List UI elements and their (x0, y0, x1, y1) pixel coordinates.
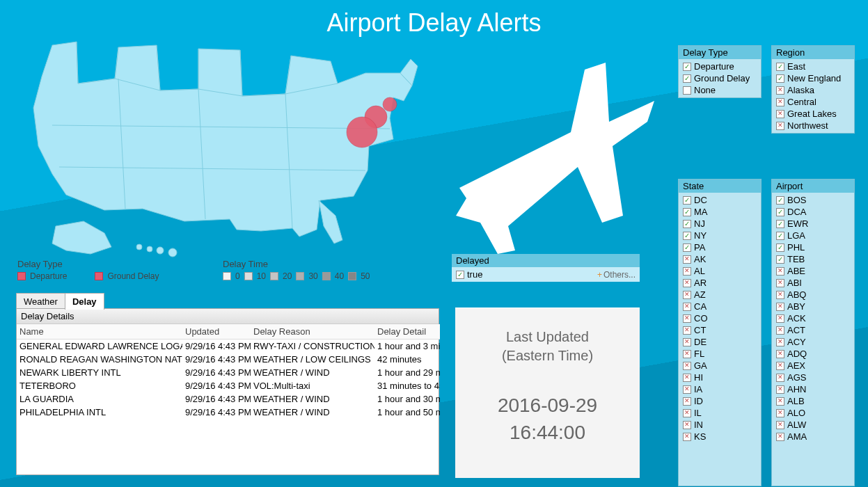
filter-option-airport-ama[interactable]: AMA (775, 431, 851, 442)
tab-delay[interactable]: Delay (65, 293, 104, 310)
details-header: Delay Details (17, 309, 439, 324)
filter-option-state-ar[interactable]: AR (681, 278, 758, 288)
checkbox-x-icon (776, 338, 784, 346)
filter-option-region-great-lakes[interactable]: Great Lakes (775, 109, 851, 119)
filter-option-airport-adq[interactable]: ADQ (775, 349, 851, 359)
filter-option-state-dc[interactable]: DC (681, 195, 758, 205)
table-row[interactable]: LA GUARDIA9/29/16 4:43 PMWEATHER / WIND1… (17, 392, 440, 406)
checkbox-checked-icon (683, 74, 691, 83)
filter-delayed-others[interactable]: + Others... (597, 270, 636, 280)
filter-option-airport-acy[interactable]: ACY (775, 337, 851, 347)
filter-delayed-option-true[interactable]: true (456, 269, 482, 280)
filter-option-state-nj[interactable]: NJ (681, 218, 758, 229)
legend-title: Delay Type (17, 259, 159, 269)
filter-delayed-title: Delayed (452, 254, 640, 267)
delay-time-swatch-icon (322, 272, 331, 280)
delay-time-swatch-icon (348, 272, 356, 280)
filter-option-state-in[interactable]: IN (681, 420, 758, 430)
checkbox-x-icon (683, 303, 691, 311)
checkbox-x-icon (776, 303, 784, 311)
filter-option-airport-abi[interactable]: ABI (775, 278, 851, 288)
checkbox-x-icon (683, 397, 691, 406)
filter-option-airport-alw[interactable]: ALW (775, 420, 851, 430)
checkbox-empty-icon (683, 86, 691, 95)
filter-option-state-ma[interactable]: MA (681, 207, 758, 217)
filter-option-airport-ahn[interactable]: AHN (775, 384, 851, 394)
table-row[interactable]: NEWARK LIBERTY INTL9/29/16 4:43 PMWEATHE… (17, 366, 440, 379)
checkbox-checked-icon (776, 74, 784, 83)
filter-option-state-pa[interactable]: PA (681, 242, 758, 253)
column-header[interactable]: Delay Reason (251, 324, 374, 340)
tabs: Weather Delay (16, 293, 104, 310)
filter-option-airport-ags[interactable]: AGS (775, 372, 851, 383)
filter-option-airport-lga[interactable]: LGA (775, 230, 851, 241)
checkbox-x-icon (776, 409, 784, 417)
checkbox-x-icon (683, 338, 691, 346)
table-row[interactable]: TETERBORO9/29/16 4:43 PMVOL:Multi-taxi31… (17, 379, 440, 392)
filter-option-state-al[interactable]: AL (681, 266, 758, 276)
checkbox-checked-icon (776, 244, 784, 252)
column-header[interactable]: Updated (182, 324, 251, 340)
filter-option-state-hi[interactable]: HI (681, 372, 758, 383)
filter-delayed: Delayed true + Others... (452, 254, 640, 282)
column-header[interactable]: Delay Detail (374, 324, 440, 340)
filter-option-region-alaska[interactable]: Alaska (775, 85, 851, 95)
filter-option-airport-bos[interactable]: BOS (775, 195, 851, 205)
filter-option-state-ga[interactable]: GA (681, 360, 758, 371)
filter-option-region-central[interactable]: Central (775, 97, 851, 107)
filter-option-state-ny[interactable]: NY (681, 230, 758, 241)
filter-option-delaytype-ground-delay[interactable]: Ground Delay (681, 73, 758, 83)
delay-time-swatch-icon (270, 272, 278, 280)
filter-option-delaytype-none[interactable]: None (681, 85, 758, 95)
filter-option-airport-act[interactable]: ACT (775, 325, 851, 335)
filter-option-airport-phl[interactable]: PHL (775, 242, 851, 253)
checkbox-checked-icon (683, 208, 691, 216)
filter-option-state-ak[interactable]: AK (681, 254, 758, 264)
filter-option-airport-ack[interactable]: ACK (775, 313, 851, 324)
checkbox-x-icon (776, 86, 784, 95)
filter-option-state-ca[interactable]: CA (681, 301, 758, 312)
filter-option-state-co[interactable]: CO (681, 313, 758, 324)
tab-weather[interactable]: Weather (16, 293, 65, 310)
checkbox-checked-icon (776, 232, 784, 240)
filter-option-state-ks[interactable]: KS (681, 431, 758, 442)
checkbox-x-icon (776, 326, 784, 335)
filter-option-region-northwest[interactable]: Northwest (775, 120, 851, 131)
filter-option-state-ia[interactable]: IA (681, 384, 758, 394)
filter-option-region-new-england[interactable]: New England (775, 73, 851, 83)
map-marker-bos[interactable] (383, 97, 397, 111)
checkbox-x-icon (776, 279, 784, 287)
us-map-icon[interactable] (14, 35, 452, 257)
filter-option-airport-teb[interactable]: TEB (775, 254, 851, 264)
filter-option-state-fl[interactable]: FL (681, 349, 758, 359)
filter-option-state-il[interactable]: IL (681, 408, 758, 418)
filter-option-airport-aby[interactable]: ABY (775, 301, 851, 312)
delay-time-swatch-icon (244, 272, 253, 280)
filter-option-state-az[interactable]: AZ (681, 289, 758, 300)
filter-option-state-de[interactable]: DE (681, 337, 758, 347)
filter-option-state-ct[interactable]: CT (681, 325, 758, 335)
filter-delay-type-panel: Delay Type DepartureGround DelayNone (678, 45, 762, 98)
filter-option-airport-aex[interactable]: AEX (775, 360, 851, 371)
checkbox-checked-icon (683, 244, 691, 252)
filter-option-airport-ewr[interactable]: EWR (775, 218, 851, 229)
filter-option-airport-abq[interactable]: ABQ (775, 289, 851, 300)
filter-option-region-east[interactable]: East (775, 61, 851, 72)
filter-option-delaytype-departure[interactable]: Departure (681, 61, 758, 72)
table-row[interactable]: RONALD REAGAN WASHINGTON NATL9/29/16 4:4… (17, 353, 440, 366)
table-row[interactable]: PHILADELPHIA INTL9/29/16 4:43 PMWEATHER … (17, 406, 440, 419)
checkbox-x-icon (683, 291, 691, 299)
checkbox-x-icon (776, 98, 784, 106)
filter-option-state-id[interactable]: ID (681, 396, 758, 406)
map-marker-phl[interactable] (347, 117, 377, 147)
filter-option-airport-dca[interactable]: DCA (775, 207, 851, 217)
table-row[interactable]: GENERAL EDWARD LAWRENCE LOGAN INTL9/29/1… (17, 340, 440, 353)
svg-point-19 (157, 247, 164, 254)
filter-option-airport-alb[interactable]: ALB (775, 396, 851, 406)
filter-option-airport-alo[interactable]: ALO (775, 408, 851, 418)
svg-point-20 (168, 248, 177, 257)
checkbox-x-icon (683, 409, 691, 417)
page-title: Airport Delay Alerts (0, 8, 868, 38)
filter-option-airport-abe[interactable]: ABE (775, 266, 851, 276)
column-header[interactable]: Name (17, 324, 182, 340)
